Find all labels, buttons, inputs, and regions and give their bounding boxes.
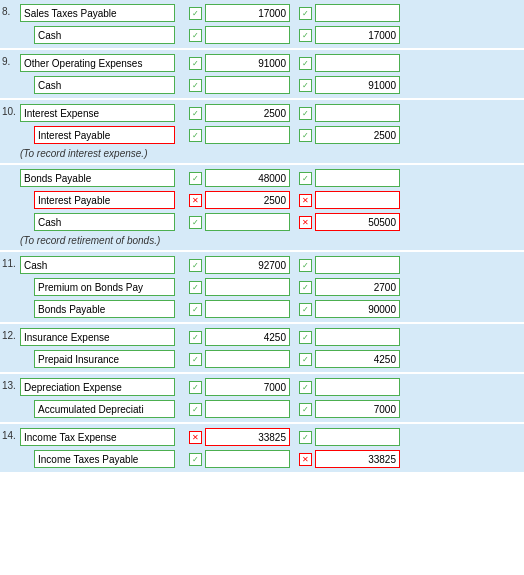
credit-input[interactable] [315,213,400,231]
account-input[interactable] [34,278,175,296]
credit-input[interactable] [315,126,400,144]
account-input[interactable] [34,76,175,94]
credit-checkbox[interactable] [299,353,312,366]
debit-checkbox[interactable] [189,129,202,142]
debit-input[interactable] [205,191,290,209]
credit-input[interactable] [315,328,400,346]
debit-checkbox[interactable] [189,353,202,366]
debit-check-col [185,259,205,272]
credit-input[interactable] [315,104,400,122]
debit-checkbox[interactable] [189,57,202,70]
account-input[interactable] [20,169,175,187]
credit-checkbox[interactable] [299,7,312,20]
debit-checkbox[interactable] [189,381,202,394]
debit-checkbox[interactable] [189,303,202,316]
account-input[interactable] [34,26,175,44]
credit-checkbox[interactable] [299,331,312,344]
credit-input[interactable] [315,278,400,296]
credit-input[interactable] [315,54,400,72]
account-field [20,428,180,446]
credit-checkbox[interactable] [299,281,312,294]
account-input[interactable] [34,450,175,468]
account-input[interactable] [34,213,175,231]
account-input[interactable] [20,104,175,122]
account-input[interactable] [20,328,175,346]
credit-input[interactable] [315,350,400,368]
debit-input[interactable] [205,350,290,368]
debit-checkbox[interactable] [189,79,202,92]
debit-checkbox[interactable] [189,431,202,444]
account-field [20,450,180,468]
debit-input[interactable] [205,328,290,346]
debit-input[interactable] [205,26,290,44]
account-input[interactable] [34,350,175,368]
credit-input[interactable] [315,378,400,396]
account-input[interactable] [20,428,175,446]
credit-input[interactable] [315,26,400,44]
credit-input[interactable] [315,256,400,274]
debit-input[interactable] [205,300,290,318]
credit-checkbox[interactable] [299,303,312,316]
account-input[interactable] [34,191,175,209]
debit-checkbox[interactable] [189,259,202,272]
debit-checkbox[interactable] [189,453,202,466]
credit-checkbox[interactable] [299,216,312,229]
debit-input[interactable] [205,4,290,22]
credit-input[interactable] [315,428,400,446]
account-field [20,300,180,318]
credit-checkbox[interactable] [299,453,312,466]
debit-input[interactable] [205,256,290,274]
debit-checkbox[interactable] [189,172,202,185]
credit-checkbox[interactable] [299,259,312,272]
debit-input[interactable] [205,450,290,468]
credit-input[interactable] [315,450,400,468]
credit-input[interactable] [315,76,400,94]
credit-input[interactable] [315,300,400,318]
account-field [20,328,180,346]
debit-checkbox[interactable] [189,403,202,416]
credit-checkbox[interactable] [299,194,312,207]
debit-input[interactable] [205,278,290,296]
credit-input[interactable] [315,191,400,209]
credit-checkbox[interactable] [299,381,312,394]
debit-input[interactable] [205,76,290,94]
account-input[interactable] [20,256,175,274]
credit-check-col [295,403,315,416]
credit-checkbox[interactable] [299,29,312,42]
debit-input[interactable] [205,104,290,122]
credit-checkbox[interactable] [299,79,312,92]
debit-checkbox[interactable] [189,194,202,207]
row-number [2,449,20,452]
debit-checkbox[interactable] [189,281,202,294]
debit-input[interactable] [205,169,290,187]
credit-checkbox[interactable] [299,172,312,185]
credit-checkbox[interactable] [299,403,312,416]
debit-checkbox[interactable] [189,29,202,42]
debit-checkbox[interactable] [189,216,202,229]
account-input[interactable] [34,300,175,318]
debit-checkbox[interactable] [189,107,202,120]
credit-input[interactable] [315,4,400,22]
debit-checkbox[interactable] [189,331,202,344]
debit-input[interactable] [205,213,290,231]
credit-input[interactable] [315,169,400,187]
debit-input[interactable] [205,428,290,446]
credit-input[interactable] [315,400,400,418]
account-input[interactable] [34,400,175,418]
account-input[interactable] [20,54,175,72]
credit-checkbox[interactable] [299,431,312,444]
debit-col [205,4,295,22]
debit-input[interactable] [205,126,290,144]
entry-row: 14. [0,426,524,448]
account-input[interactable] [20,378,175,396]
debit-input[interactable] [205,378,290,396]
row-number: 10. [2,103,20,117]
debit-input[interactable] [205,54,290,72]
debit-input[interactable] [205,400,290,418]
account-input[interactable] [34,126,175,144]
credit-checkbox[interactable] [299,107,312,120]
credit-checkbox[interactable] [299,57,312,70]
account-input[interactable] [20,4,175,22]
credit-checkbox[interactable] [299,129,312,142]
debit-checkbox[interactable] [189,7,202,20]
